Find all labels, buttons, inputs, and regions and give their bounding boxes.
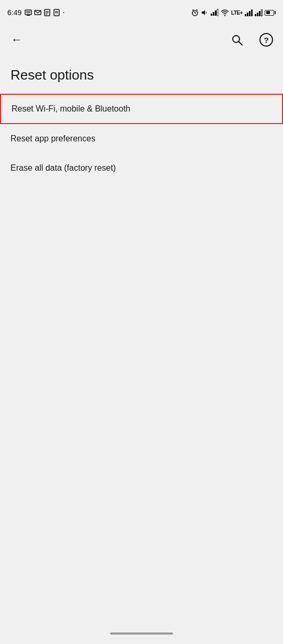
status-bar: 6:49 <box>0 0 283 25</box>
reset-app-label: Reset app preferences <box>10 134 95 143</box>
back-button[interactable]: ← <box>4 27 29 52</box>
svg-rect-20 <box>211 14 212 16</box>
status-bar-right: LTE+ <box>191 9 276 16</box>
page-title: Reset options <box>10 67 273 83</box>
top-nav: ← ? <box>0 25 283 54</box>
volume-icon <box>201 9 208 16</box>
notification-icon-1 <box>25 9 32 16</box>
svg-point-24 <box>224 15 225 16</box>
reset-wifi-item[interactable]: Reset Wi-Fi, mobile & Bluetooth <box>0 94 283 124</box>
battery-icon <box>265 10 276 16</box>
status-bar-left: 6:49 <box>7 8 65 17</box>
search-icon <box>231 34 243 46</box>
svg-rect-1 <box>27 15 30 16</box>
svg-rect-0 <box>25 10 31 15</box>
help-button[interactable]: ? <box>254 27 279 52</box>
status-time: 6:49 <box>7 8 21 17</box>
svg-rect-23 <box>217 9 219 16</box>
alarm-icon <box>191 9 199 16</box>
notification-icon-3 <box>43 9 51 16</box>
menu-list: Reset Wi-Fi, mobile & Bluetooth Reset ap… <box>0 94 283 183</box>
reset-app-item[interactable]: Reset app preferences <box>0 124 283 153</box>
help-icon: ? <box>259 33 273 47</box>
data-icon <box>210 9 219 16</box>
svg-line-16 <box>195 13 196 14</box>
reset-wifi-label: Reset Wi-Fi, mobile & Bluetooth <box>12 104 130 114</box>
signal-bars <box>245 9 253 16</box>
nav-right: ? <box>224 27 279 52</box>
svg-marker-19 <box>202 10 205 15</box>
wifi-icon <box>221 9 229 16</box>
nav-left: ← <box>4 27 29 52</box>
notification-icon-4 <box>53 9 60 16</box>
back-arrow-icon: ← <box>11 33 23 47</box>
status-dot: · <box>62 8 64 17</box>
signal-bars-2 <box>255 9 263 16</box>
lte-badge: LTE+ <box>231 10 243 16</box>
svg-rect-21 <box>213 12 214 16</box>
svg-line-26 <box>239 42 243 46</box>
search-button[interactable] <box>224 27 249 52</box>
svg-line-17 <box>192 9 194 10</box>
notification-icon-2 <box>34 9 41 16</box>
bottom-nav-indicator <box>110 632 173 635</box>
svg-rect-22 <box>215 10 216 16</box>
svg-line-18 <box>197 9 198 10</box>
page-title-container: Reset options <box>0 54 283 94</box>
erase-data-item[interactable]: Erase all data (factory reset) <box>0 153 283 183</box>
erase-data-label: Erase all data (factory reset) <box>10 163 116 173</box>
status-icons-left: · <box>25 8 64 17</box>
